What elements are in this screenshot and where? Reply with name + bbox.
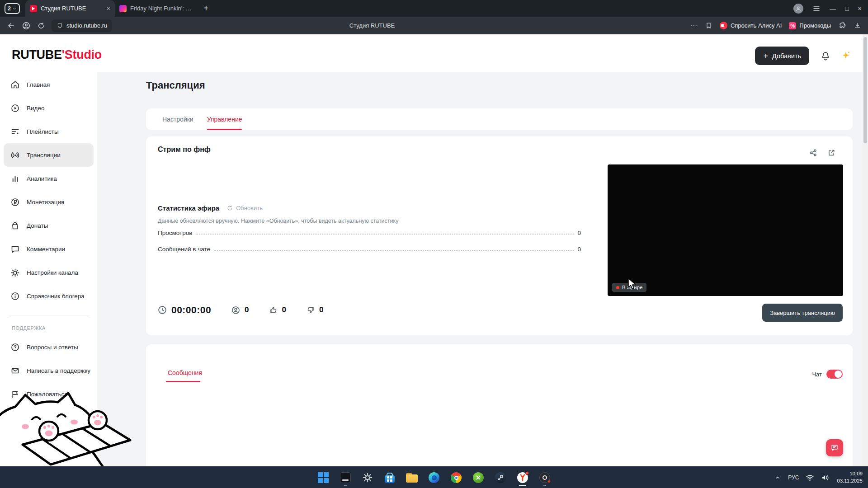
sidebar-item-label: Вопросы и ответы: [27, 344, 78, 351]
steam-app-icon[interactable]: [491, 469, 509, 487]
metric-value: 0: [577, 230, 581, 236]
settings-app-icon[interactable]: [359, 469, 377, 487]
maximize-button[interactable]: □: [845, 5, 849, 12]
minimize-button[interactable]: —: [830, 5, 836, 12]
sidebar-item-videos[interactable]: Видео: [4, 96, 94, 120]
tab-management[interactable]: Управление: [207, 108, 242, 130]
round-dark-app-icon[interactable]: [536, 469, 554, 487]
live-dot-icon: [616, 286, 619, 289]
sidebar-item-playlists[interactable]: Плейлисты: [4, 120, 94, 143]
add-button[interactable]: + Добавить: [755, 47, 809, 65]
taskbar-clock[interactable]: 10:09 03.11.2025: [837, 470, 863, 484]
microsoft-store-icon[interactable]: [381, 469, 399, 487]
finish-broadcast-button[interactable]: Завершить трансляцию: [762, 304, 843, 322]
page-title: Трансляция: [146, 80, 205, 91]
chat-bubble-icon: [830, 443, 839, 452]
sidebar-item-label: Настройки канала: [27, 269, 78, 276]
question-circle-icon: [10, 343, 20, 352]
sidebar-item-monetization[interactable]: Монетизация: [4, 190, 94, 214]
sidebar-item-analytics[interactable]: Аналитика: [4, 167, 94, 190]
chat-toggle-switch[interactable]: [826, 370, 843, 379]
video-play-icon: [10, 103, 20, 113]
bar-chart-icon: [10, 174, 20, 183]
rutube-studio-logo[interactable]: RUTUBE'Studio: [12, 48, 102, 62]
tray-expand-chevron-icon[interactable]: [774, 474, 781, 481]
alice-ai-button[interactable]: Спросить Алису AI: [720, 22, 782, 29]
tab-title: Студия RUTUBE: [41, 5, 103, 12]
sidebar-item-label: Справочник блогера: [27, 293, 85, 300]
add-button-label: Добавить: [772, 52, 801, 60]
record-circle-icon: [539, 472, 550, 483]
video-preview[interactable]: В эфире: [608, 164, 843, 296]
refresh-stats-button[interactable]: Обновить: [226, 205, 263, 211]
dislikes-value: 0: [319, 305, 323, 314]
sidebar-item-label: Написать в поддержку: [27, 367, 90, 374]
open-external-button[interactable]: [827, 148, 836, 157]
wifi-icon[interactable]: [806, 474, 814, 482]
url-text: studio.rutube.ru: [66, 22, 107, 29]
playlist-icon: [10, 127, 20, 136]
tab-group-badge[interactable]: 2: [5, 3, 20, 14]
tab-settings[interactable]: Настройки: [162, 108, 193, 130]
start-button[interactable]: [314, 469, 332, 487]
language-indicator[interactable]: РУС: [788, 474, 799, 481]
refresh-label: Обновить: [236, 205, 263, 211]
logo-sub: Studio: [65, 48, 102, 61]
console-app-icon[interactable]: [336, 469, 354, 487]
folder-icon: [406, 473, 418, 483]
browser-tab-inactive[interactable]: Friday Night Funkin': Mid-: [115, 0, 199, 17]
sidebar-item-contact-support[interactable]: Написать в поддержку: [4, 359, 94, 382]
edge-browser-icon[interactable]: [425, 469, 443, 487]
yandex-y-icon: [517, 472, 528, 483]
yandex-browser-icon[interactable]: [514, 469, 532, 487]
share-button[interactable]: [809, 148, 818, 157]
page-scrollbar[interactable]: [863, 34, 868, 466]
chrome-browser-icon[interactable]: [447, 469, 465, 487]
tab-close-button[interactable]: ×: [107, 5, 110, 12]
close-button[interactable]: ×: [858, 5, 862, 12]
back-button[interactable]: [6, 21, 15, 30]
dislikes-stat: 0: [306, 305, 323, 314]
bookmark-button[interactable]: [705, 22, 712, 29]
tab-messages[interactable]: Сообщения: [168, 369, 202, 376]
notification-badge: [525, 471, 529, 475]
scrollbar-thumb[interactable]: [863, 37, 867, 143]
flag-icon: [10, 389, 20, 399]
store-bag-icon: [385, 475, 395, 483]
sidebar-item-report[interactable]: Пожаловаться: [4, 382, 94, 406]
overflow-menu-button[interactable]: ⋯: [690, 22, 698, 30]
sidebar-item-label: Комментарии: [27, 246, 65, 253]
sidebar-item-faq[interactable]: Вопросы и ответы: [4, 335, 94, 359]
sidebar-item-broadcasts[interactable]: Трансляции: [4, 143, 94, 167]
sidebar-item-home[interactable]: Главная: [4, 73, 94, 96]
notifications-bell-button[interactable]: [820, 51, 831, 61]
sparkle-icon[interactable]: [841, 51, 851, 61]
sidebar-item-channel-settings[interactable]: Настройки канала: [4, 261, 94, 284]
likes-stat: 0: [269, 305, 286, 314]
refresh-icon: [226, 205, 233, 211]
sidebar-item-blogger-guide[interactable]: Справочник блогера: [4, 284, 94, 308]
chat-fab-button[interactable]: [826, 439, 843, 456]
downloads-button[interactable]: [854, 22, 862, 30]
dark-window-icon: [340, 472, 351, 483]
profile-avatar[interactable]: [793, 4, 803, 14]
clock-time: 10:09: [837, 470, 863, 478]
refresh-button[interactable]: [37, 22, 45, 30]
volume-icon[interactable]: [821, 473, 830, 482]
new-tab-button[interactable]: +: [203, 3, 209, 14]
browser-menu-button[interactable]: [812, 5, 821, 13]
file-explorer-icon[interactable]: [403, 469, 421, 487]
sidebar-item-comments[interactable]: Комментарии: [4, 237, 94, 261]
sidebar-item-donations[interactable]: Донаты: [4, 214, 94, 237]
xbox-app-icon[interactable]: [469, 469, 487, 487]
browser-tab-active[interactable]: Студия RUTUBE ×: [25, 0, 115, 17]
tab-title: Friday Night Funkin': Mid-: [130, 5, 194, 12]
clock-icon: [157, 305, 167, 315]
url-field[interactable]: studio.rutube.ru: [52, 19, 112, 32]
viewer-icon: [231, 305, 241, 315]
rutube-favicon: [30, 5, 37, 12]
page-title-center: Студия RUTUBE: [349, 22, 395, 29]
profile-button[interactable]: [22, 21, 31, 30]
extensions-puzzle-button[interactable]: [838, 22, 846, 30]
promocodes-button[interactable]: % Промокоды: [789, 22, 831, 29]
